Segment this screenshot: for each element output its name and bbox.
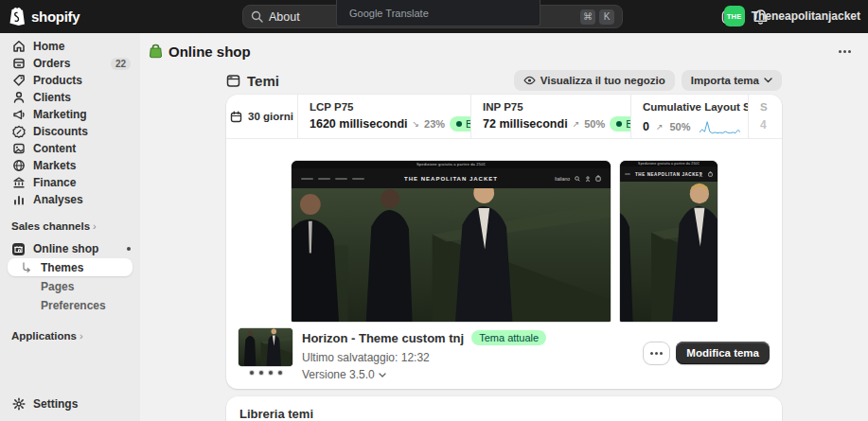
home-icon [11,40,26,54]
sidebar-item-content[interactable]: Content [0,140,140,157]
store-nav-bar: THE NEAPOLITAN JACKET [620,167,717,182]
sidebar-item-home[interactable]: Home [0,38,140,55]
sidebar-item-settings[interactable]: Settings [0,395,140,412]
sidebar-item-marketing[interactable]: Marketing [0,106,140,123]
online-shop-bag-icon [149,44,163,59]
avatar: THE [724,6,745,26]
tag-icon [11,74,26,88]
metric-inp: INP P75 72 millisecondi ↗ 50% Buono [470,95,630,138]
status-dot [456,121,462,127]
search-icon [251,10,263,23]
topbar: shopify About ⌘ K Google Translate THE T… [0,0,868,33]
sidebar-item-markets[interactable]: Markets [0,157,140,174]
view-store-button[interactable]: Visualizza il tuo negozio [514,70,675,91]
applications-header[interactable]: Applications › [0,328,140,343]
sidebar-item-analyses[interactable]: Analyses [0,191,140,208]
shopify-logo-text: shopify [31,9,80,25]
sidebar-item-finance[interactable]: Finance [0,174,140,191]
theme-thumbnail[interactable] [239,328,292,366]
sidebar-item-products[interactable]: Products [0,72,140,89]
section-title: Temi [247,73,279,89]
account-menu[interactable]: THE Theneapolitanjacket [724,6,860,26]
current-theme-badge: Tema attuale [471,330,546,345]
language-selector: Italiano [555,176,570,182]
cls-sparkline [700,116,740,137]
chevron-right-icon: › [80,330,83,342]
theme-window-icon [226,74,240,88]
edit-theme-button[interactable]: Modifica tema [676,342,770,364]
page-overflow-button[interactable] [835,46,855,57]
theme-name: Horizon - Theme custom tnj [302,331,464,345]
chevron-down-icon [379,373,386,377]
status-badge: Buono [610,116,630,132]
theme-preview-area: Spedizione gratuita a partire da 250€ TH… [226,139,782,322]
store-bag-icon [595,175,601,182]
person-icon [11,91,26,105]
main-content: Online shop Temi Visualizza il tuo negoz… [140,33,868,421]
gear-icon [11,397,26,412]
themes-section-header: Temi Visualizza il tuo negozio Importa t… [226,70,782,91]
theme-preview-mobile[interactable]: Spedizione gratuita a partire da 250€ TH… [620,161,717,322]
metric-clipped: S 4 [748,95,782,138]
search-query: About [269,10,300,24]
status-dot [616,121,622,127]
orders-icon [11,57,26,71]
google-translate-label: Google Translate [349,8,429,19]
cmd-key: ⌘ [580,9,595,25]
chevron-down-icon [764,78,772,83]
chevron-right-icon: › [93,220,97,232]
orders-count-badge: 22 [111,58,131,70]
import-theme-button[interactable]: Importa tema [682,70,782,91]
sidebar-item-orders[interactable]: Orders 22 [0,55,140,72]
library-title: Libreria temi [226,396,782,421]
shopify-bag-icon [9,7,27,26]
unsaved-dot [127,247,131,251]
sidebar-item-themes[interactable]: Themes [8,258,133,276]
trend-up-icon: ↗ [573,119,580,129]
metric-lcp: LCP P75 1620 millisecondi ↘ 23% Buono [297,95,470,138]
theme-preview-desktop[interactable]: Spedizione gratuita a partire da 250€ TH… [292,161,611,322]
sidebar-item-preferences[interactable]: Preferences [8,296,133,314]
theme-more-actions-button[interactable] [644,342,669,364]
theme-info-row: Horizon - Theme custom tnj Tema attuale … [226,322,782,389]
sidebar-item-clients[interactable]: Clients [0,89,140,106]
theme-version-selector[interactable]: Versione 3.5.0 [302,368,386,381]
last-saved-label: Ultimo salvataggio: 12:32 [302,351,634,364]
status-badge: Buono [450,116,470,132]
period-selector[interactable]: 30 giorni [226,95,297,138]
store-search-icon [575,176,580,182]
store-account-icon [585,176,591,182]
sidebar-item-discounts[interactable]: Discounts [0,123,140,140]
storefront-icon [11,242,26,256]
shopify-admin: shopify About ⌘ K Google Translate THE T… [0,0,868,421]
search-shortcut: ⌘ K [580,9,614,25]
sub-arrow-icon [19,260,33,274]
metric-cls: Cumulative Layout Shift 0 ↗ 50% [630,95,748,138]
store-nav-bar: THE NEAPOLITAN JACKET Italiano [292,168,611,188]
performance-metrics: 30 giorni LCP P75 1620 millisecondi ↘ 23… [226,95,782,139]
discount-icon [11,125,26,139]
image-icon [11,142,26,156]
theme-library-card: Libreria temi [226,396,782,421]
globe-icon [11,159,26,173]
current-theme-card: 30 giorni LCP P75 1620 millisecondi ↘ 23… [226,95,782,389]
bar-chart-icon [11,193,26,207]
eye-icon [523,76,536,85]
theme-hero-image [292,188,611,322]
k-key: K [599,9,614,25]
store-name-label: Theneapolitanjacket [752,9,860,23]
store-bag-icon [708,171,713,177]
sidebar-item-online-shop[interactable]: Online shop [0,240,140,257]
sidebar-item-pages[interactable]: Pages [8,277,133,295]
store-account-icon [699,172,703,177]
megaphone-icon [11,108,26,122]
sidebar: Home Orders 22 Products Clients Marketin… [0,33,140,421]
thumbnail-dots [239,371,292,375]
shopify-logo[interactable]: shopify [9,7,80,26]
trend-up-icon: ↗ [656,122,664,132]
theme-hero-image [620,182,717,322]
calendar-icon [230,111,242,123]
sales-channels-header[interactable]: Sales channels › [0,219,140,234]
trend-down-icon: ↘ [413,119,420,129]
google-translate-overlay[interactable]: Google Translate [336,0,540,26]
